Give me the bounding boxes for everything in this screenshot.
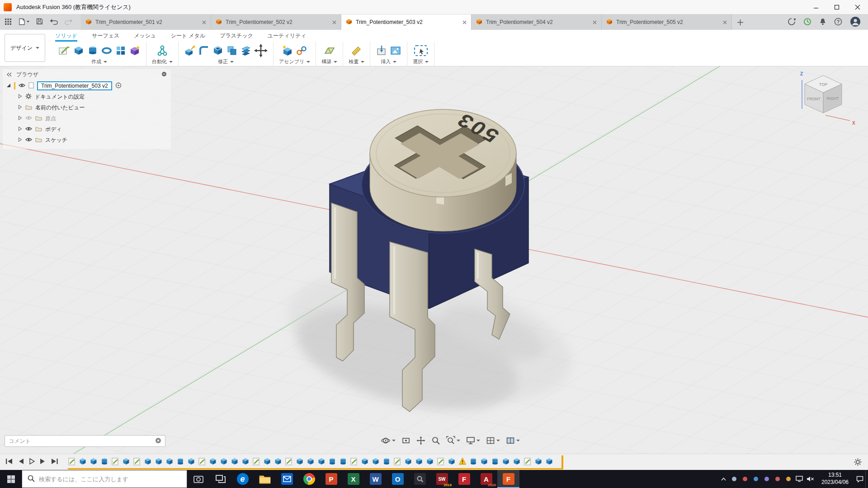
- tab-close-icon[interactable]: [202, 20, 206, 24]
- start-button[interactable]: [0, 470, 22, 488]
- move-copy-button[interactable]: [254, 43, 268, 58]
- solidworks-taskbar-icon[interactable]: SW2019: [431, 470, 453, 488]
- fillet-button[interactable]: [198, 43, 210, 58]
- sketch-feature-icon[interactable]: [198, 455, 206, 467]
- visibility-eye-icon[interactable]: [19, 83, 25, 89]
- tab-plastic[interactable]: プラスチック: [220, 30, 253, 42]
- extrude-feature-icon[interactable]: [534, 455, 542, 467]
- close-button[interactable]: [847, 0, 868, 14]
- expand-arrow-icon[interactable]: [18, 137, 22, 143]
- file-explorer-taskbar-icon[interactable]: [254, 470, 276, 488]
- group-label-inspect[interactable]: 検査: [349, 58, 364, 65]
- grid-settings-icon[interactable]: [486, 436, 500, 445]
- undo-icon[interactable]: [50, 19, 58, 26]
- insert-derive-button[interactable]: [376, 43, 387, 58]
- extrude-feature-icon[interactable]: [502, 455, 510, 467]
- display-tray-icon[interactable]: [794, 470, 805, 488]
- measure-button[interactable]: [351, 43, 363, 58]
- revolve-feature-icon[interactable]: [339, 455, 347, 467]
- extrude-feature-icon[interactable]: [220, 455, 228, 467]
- expand-arrow-icon[interactable]: [18, 94, 22, 100]
- look-at-icon[interactable]: [401, 436, 410, 445]
- extrude-feature-icon[interactable]: [372, 455, 380, 467]
- group-label-create[interactable]: 作成: [91, 58, 107, 65]
- automate-button[interactable]: [156, 43, 168, 58]
- revolve-feature-icon[interactable]: [382, 455, 391, 467]
- extrude-feature-icon[interactable]: [415, 455, 423, 467]
- tab-close-icon[interactable]: [332, 20, 336, 24]
- extrude-feature-icon[interactable]: [361, 455, 369, 467]
- sweep-button[interactable]: [101, 43, 113, 58]
- teams-tray-icon[interactable]: [761, 470, 772, 488]
- tab-surface[interactable]: サーフェス: [92, 30, 119, 42]
- comment-submit-icon[interactable]: [155, 437, 161, 445]
- orbit-icon[interactable]: [381, 436, 396, 445]
- extrude-feature-icon[interactable]: [144, 455, 152, 467]
- browser-item-bodies[interactable]: ボディ: [3, 124, 171, 135]
- sketch-feature-icon[interactable]: [350, 455, 358, 467]
- split-body-button[interactable]: [240, 43, 252, 58]
- extrude-feature-icon[interactable]: [480, 455, 488, 467]
- group-label-construct[interactable]: 構築: [321, 58, 337, 65]
- document-tab-503[interactable]: Trim_Potentiometer_503 v2: [341, 14, 472, 30]
- go-to-start-icon[interactable]: [5, 458, 13, 466]
- revolve-feature-icon[interactable]: [100, 455, 108, 467]
- sketch-feature-icon[interactable]: [133, 455, 141, 467]
- show-desktop-button[interactable]: [865, 470, 868, 488]
- expand-arrow-icon[interactable]: [18, 126, 22, 132]
- extrude-feature-icon[interactable]: [209, 455, 217, 467]
- group-label-assemble[interactable]: アセンブリ: [279, 58, 310, 65]
- onedrive-tray-icon[interactable]: [729, 470, 740, 488]
- tray-expand-caret-icon[interactable]: [718, 470, 729, 488]
- tab-solid[interactable]: ソリッド: [55, 30, 77, 42]
- pan-icon[interactable]: [416, 436, 425, 445]
- document-tab-502[interactable]: Trim_Potentiometer_502 v2: [211, 14, 341, 30]
- browser-item-origin[interactable]: 原点: [3, 113, 171, 124]
- extrude-button[interactable]: [73, 43, 85, 58]
- visibility-eye-icon[interactable]: [25, 126, 32, 132]
- revolve-feature-icon[interactable]: [469, 455, 477, 467]
- search-input[interactable]: [39, 476, 181, 483]
- extrude-feature-icon[interactable]: [187, 455, 195, 467]
- group-label-insert[interactable]: 挿入: [381, 58, 396, 65]
- plastic-feature-button[interactable]: [129, 43, 141, 58]
- extrude-feature-icon[interactable]: [155, 455, 163, 467]
- visibility-eye-icon[interactable]: [25, 115, 32, 122]
- save-icon[interactable]: [36, 18, 43, 26]
- sketch-feature-icon[interactable]: [285, 455, 293, 467]
- new-tab-button[interactable]: [732, 14, 748, 30]
- zoom-icon[interactable]: [431, 436, 440, 445]
- tab-sheetmetal[interactable]: シート メタル: [170, 30, 205, 42]
- user-avatar[interactable]: [850, 16, 861, 28]
- display-settings-icon[interactable]: [466, 436, 480, 445]
- view-cube[interactable]: TOP FRONT RIGHT Z X: [789, 67, 862, 132]
- cloud-tray-icon[interactable]: [783, 470, 794, 488]
- revolve-feature-icon[interactable]: [491, 455, 499, 467]
- help-icon[interactable]: ?: [834, 18, 842, 27]
- group-label-modify[interactable]: 修正: [218, 58, 234, 65]
- task-view-taskbar-icon[interactable]: [209, 470, 231, 488]
- browser-item-document-settings[interactable]: ドキュメントの設定: [3, 91, 171, 102]
- security-tray-icon[interactable]: [740, 470, 750, 488]
- taskbar-search[interactable]: [22, 470, 187, 488]
- warning-feature-icon[interactable]: [458, 455, 467, 467]
- mail-taskbar-icon[interactable]: [276, 470, 298, 488]
- panel-options-icon[interactable]: [161, 71, 167, 78]
- modeling-canvas[interactable]: 503 ブラウザ: [0, 66, 868, 454]
- extrude-feature-icon[interactable]: [513, 455, 521, 467]
- group-label-automate[interactable]: 自動化: [152, 58, 173, 65]
- press-pull-button[interactable]: [184, 43, 196, 58]
- timeline-settings-gear-icon[interactable]: [854, 458, 862, 467]
- comment-box[interactable]: [5, 435, 165, 447]
- autocad-taskbar-icon[interactable]: A2020: [475, 470, 497, 488]
- visibility-eye-icon[interactable]: [25, 137, 32, 143]
- new-component-button[interactable]: [282, 43, 293, 58]
- notifications-bell-icon[interactable]: [819, 18, 826, 27]
- extrude-feature-icon[interactable]: [274, 455, 282, 467]
- edge-taskbar-icon[interactable]: e: [231, 470, 254, 488]
- extrude-feature-icon[interactable]: [90, 455, 98, 467]
- tab-close-icon[interactable]: [462, 20, 467, 24]
- redo-icon[interactable]: [65, 19, 73, 26]
- timeline-position-marker[interactable]: [561, 455, 563, 468]
- insert-canvas-button[interactable]: [390, 43, 401, 58]
